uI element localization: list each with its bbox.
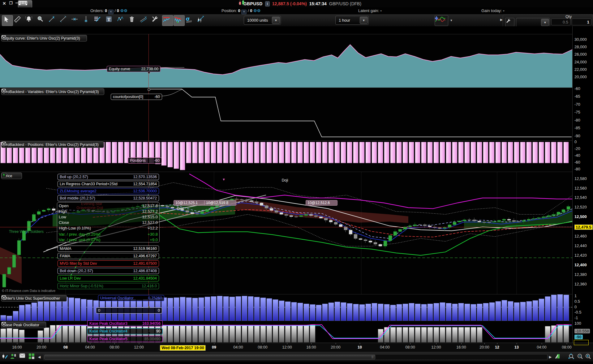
ohlc-row-value: 12,527.0 — [142, 220, 158, 225]
price-indicator-label: ZLEMoving average212,536.70000 — [58, 188, 159, 194]
hline-tool-button[interactable] — [71, 15, 81, 25]
zoom-out-icon[interactable] — [577, 353, 584, 361]
crosshair-point — [148, 88, 150, 91]
latent-gain: Latent gain: - — [358, 8, 382, 13]
orders-settings-icon[interactable]: ⚙⚙ — [120, 8, 127, 13]
time-axis-label: 08:00 — [405, 345, 415, 349]
axis-tick — [238, 343, 238, 344]
cursor-tool-icon — [2, 15, 10, 24]
time-scrollbar[interactable]: ☰ — [43, 354, 548, 360]
text-tool-button[interactable]: T — [105, 15, 115, 25]
qty-small-field[interactable]: 0.5 — [551, 19, 570, 25]
cancel-orders-icon[interactable]: ✕ — [108, 10, 114, 14]
price-indicator-label: Low LR Dev12,431.84504 — [58, 275, 159, 281]
alert-bell-tool-button[interactable] — [25, 15, 35, 25]
contacts-icon[interactable]: 8 — [10, 353, 17, 361]
price-axis-label: 12,580 — [574, 176, 587, 181]
sigma-tool-button[interactable]: σ — [185, 15, 196, 25]
kase-oscillator-panel[interactable]: Kase Peak Oscillator — [0, 321, 572, 343]
close-window-icon[interactable]: ✕ — [2, 1, 6, 6]
mountain-chart-view-icon — [174, 15, 182, 24]
backtest-positions-panel[interactable]: ProBacktest - Positions: Ehler's Univ Os… — [0, 140, 572, 172]
equity-axis-label: 26,000 — [574, 52, 587, 57]
restore-window-icon[interactable]: ❐ — [9, 1, 13, 5]
time-axis[interactable]: 16:0020:000804:0008:0012:00Wed 08-Feb-20… — [0, 343, 593, 352]
timeframe-dropdown[interactable]: 1 hour ▼ — [335, 16, 369, 25]
zoom-fit-icon[interactable] — [568, 353, 575, 361]
scroll-right-button[interactable]: ▶ — [548, 353, 553, 361]
orders-count: 0 — [105, 8, 107, 13]
keyboard-icon[interactable] — [18, 0, 32, 8]
indicator-list-tool-button[interactable] — [93, 15, 104, 25]
zoom-in-icon[interactable] — [585, 353, 592, 361]
crosshair-date-label: Wed 08-Feb-2017 19:00 — [160, 345, 205, 351]
backtest-variables-panel[interactable]: ProBacktest - Variables: Ehler's Univ Os… — [0, 88, 572, 141]
elliott-tool-button[interactable] — [116, 15, 127, 25]
axis-tick — [214, 343, 214, 344]
ehler-oscillator-header: Ehler's Univ Osc SuperSmoother — [1, 295, 67, 302]
drawing-tools-button[interactable] — [151, 15, 161, 25]
order-type-arrow-icon[interactable]: ▼ — [541, 19, 549, 26]
equity-axis-label: 30,000 — [574, 37, 587, 42]
time-axis-label: 20:00 — [331, 345, 340, 349]
countofposition-label: countofposition[0]-60 — [111, 94, 162, 100]
pattern-chart-tool-button[interactable] — [196, 15, 207, 25]
symbol-name[interactable]: GBPUSD — [243, 1, 263, 6]
point-line-tool-button[interactable] — [48, 15, 58, 25]
expand-arrow-icon[interactable]: ▶ — [500, 18, 503, 21]
kase-oscillator-label-name: Kase Peak Oscillator3 — [89, 321, 127, 326]
vline-tool-button[interactable] — [82, 15, 92, 25]
candlestick-icon — [238, 0, 246, 6]
pattern-annotation: Doji — [177, 207, 184, 211]
add-chart-icon — [435, 15, 445, 24]
time-axis-label: 09 — [212, 345, 216, 349]
kase-oscillator-label: Kase Peak Oscillator585.00890 — [87, 336, 163, 342]
units-dropdown-arrow-icon[interactable]: ▼ — [272, 17, 280, 24]
add-indicator-button[interactable] — [435, 15, 448, 26]
fibonacci-tool-button[interactable] — [139, 15, 150, 25]
axis-tick — [385, 343, 385, 344]
ohlc-row-name: Var. / prev. day (0.25%) — [59, 232, 101, 237]
annotate-icon[interactable] — [554, 353, 562, 361]
mountain-chart-view-button[interactable] — [174, 15, 185, 26]
position-settings-icon[interactable]: ⚙⚙ — [253, 8, 260, 13]
variables-axis-label: -75 — [574, 110, 580, 114]
order-settings-button[interactable] — [505, 18, 514, 27]
units-dropdown[interactable]: 10000 units ▼ — [244, 16, 281, 25]
kase-oscillator-title: Kase Peak Oscillator — [3, 323, 39, 327]
chart-edit-icon[interactable] — [2, 353, 9, 361]
chart-area: Equity curve: Ehler's Univ Osc(2) Pyrami… — [0, 26, 593, 352]
equity-curve-panel[interactable]: Equity curve: Ehler's Univ Osc(2) Pyrami… — [0, 34, 572, 88]
price-indicator-label-name: ZLEMoving average2 — [60, 189, 97, 193]
grid-view-icon[interactable] — [28, 353, 36, 361]
axis-tick — [360, 343, 360, 344]
info-icon[interactable]: i — [265, 1, 270, 6]
trendline-tool-button[interactable] — [59, 15, 70, 25]
kase-oscillator-label-value: 163.94056 — [142, 321, 161, 326]
qty-input[interactable]: 1 — [572, 19, 591, 25]
backtest-variables-title: ProBacktest - Variables: Ehler's Univ Os… — [3, 90, 99, 94]
time-axis-label: 10 — [358, 345, 362, 349]
kase-oscillator-label-name: Kase Peak Oscillator4 — [89, 329, 127, 333]
mail-icon[interactable] — [19, 353, 27, 361]
sigma-tool-icon: σ — [185, 15, 193, 23]
ehler-oscillator-title: Ehler's Univ Osc SuperSmoother — [3, 296, 60, 301]
order-type-dropdown[interactable]: ▼ — [516, 18, 550, 27]
position-count-2: 0 — [250, 8, 252, 13]
price-axis-strip[interactable]: 30,00028,00026,00024,00022,00020,000-60-… — [572, 26, 593, 352]
ehler-oscillator-panel[interactable]: Ehler's Univ Osc SuperSmoother — [0, 294, 572, 321]
scroll-left-button[interactable]: ◀ — [37, 353, 42, 361]
cursor-tool-button[interactable] — [2, 15, 13, 26]
timeframe-dropdown-arrow-icon[interactable]: ▼ — [360, 17, 368, 24]
ruler-tool-button[interactable] — [13, 15, 24, 25]
close-position-icon[interactable]: ✕ — [241, 10, 247, 14]
price-indicator-label-value: 12,554.71854 — [133, 182, 157, 186]
time-scrollbar-handle[interactable]: ☰ — [44, 355, 375, 359]
trash-tool-button[interactable] — [128, 15, 138, 25]
price-axis-label: 12,400 — [574, 263, 587, 267]
add-indicator-arrow-icon[interactable]: ▼ — [448, 15, 454, 25]
axis-tick — [66, 343, 66, 344]
line-chart-view-button[interactable] — [162, 15, 173, 26]
zoom-tool-button[interactable] — [36, 15, 47, 25]
contacts-badge: 8 — [14, 354, 16, 357]
